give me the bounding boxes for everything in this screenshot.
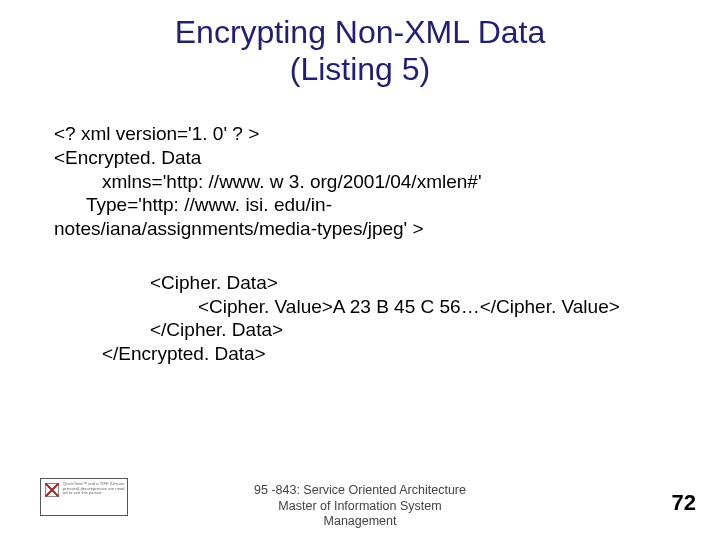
title-line-1: Encrypting Non-XML Data: [175, 14, 546, 50]
code-line: notes/iana/assignments/media-types/jpeg'…: [54, 217, 674, 241]
slide-body: <? xml version='1. 0' ? > <Encrypted. Da…: [54, 122, 674, 366]
footer: 95 -843: Service Oriented Architecture M…: [0, 483, 720, 530]
code-line: <Encrypted. Data: [54, 146, 674, 170]
code-line: <Cipher. Data>: [54, 271, 674, 295]
footer-dept-1: Master of Information System: [278, 499, 441, 513]
slide: Encrypting Non-XML Data (Listing 5) <? x…: [0, 0, 720, 540]
footer-dept-2: Management: [324, 514, 397, 528]
slide-title: Encrypting Non-XML Data (Listing 5): [0, 0, 720, 88]
page-number: 72: [672, 490, 696, 516]
title-line-2: (Listing 5): [290, 51, 431, 87]
code-line: xmlns='http: //www. w 3. org/2001/04/xml…: [54, 170, 674, 194]
code-line: </Encrypted. Data>: [54, 342, 674, 366]
code-line: </Cipher. Data>: [54, 318, 674, 342]
footer-course: 95 -843: Service Oriented Architecture: [254, 483, 466, 497]
code-line: <Cipher. Value>A 23 B 45 C 56…</Cipher. …: [54, 295, 674, 319]
code-line: Type='http: //www. isi. edu/in-: [54, 193, 674, 217]
code-line: <? xml version='1. 0' ? >: [54, 122, 674, 146]
